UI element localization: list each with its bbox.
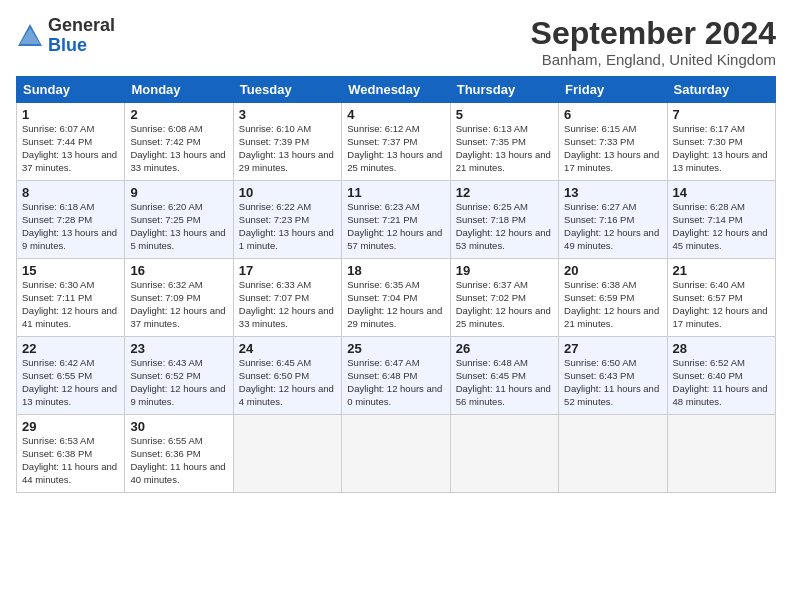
day-detail: Sunrise: 6:48 AMSunset: 6:45 PMDaylight:… xyxy=(456,357,553,408)
day-number: 3 xyxy=(239,107,336,122)
day-detail: Sunrise: 6:50 AMSunset: 6:43 PMDaylight:… xyxy=(564,357,661,408)
calendar-week-row: 8Sunrise: 6:18 AMSunset: 7:28 PMDaylight… xyxy=(17,181,776,259)
day-detail: Sunrise: 6:40 AMSunset: 6:57 PMDaylight:… xyxy=(673,279,770,330)
table-row: 9Sunrise: 6:20 AMSunset: 7:25 PMDaylight… xyxy=(125,181,233,259)
day-number: 9 xyxy=(130,185,227,200)
day-number: 8 xyxy=(22,185,119,200)
day-detail: Sunrise: 6:12 AMSunset: 7:37 PMDaylight:… xyxy=(347,123,444,174)
day-detail: Sunrise: 6:07 AMSunset: 7:44 PMDaylight:… xyxy=(22,123,119,174)
calendar-week-row: 29Sunrise: 6:53 AMSunset: 6:38 PMDayligh… xyxy=(17,415,776,493)
col-monday: Monday xyxy=(125,77,233,103)
col-friday: Friday xyxy=(559,77,667,103)
day-number: 24 xyxy=(239,341,336,356)
day-number: 17 xyxy=(239,263,336,278)
day-detail: Sunrise: 6:25 AMSunset: 7:18 PMDaylight:… xyxy=(456,201,553,252)
table-row: 29Sunrise: 6:53 AMSunset: 6:38 PMDayligh… xyxy=(17,415,125,493)
day-number: 11 xyxy=(347,185,444,200)
table-row: 24Sunrise: 6:45 AMSunset: 6:50 PMDayligh… xyxy=(233,337,341,415)
day-number: 12 xyxy=(456,185,553,200)
table-row xyxy=(342,415,450,493)
table-row: 2Sunrise: 6:08 AMSunset: 7:42 PMDaylight… xyxy=(125,103,233,181)
month-title: September 2024 xyxy=(531,16,776,51)
day-detail: Sunrise: 6:53 AMSunset: 6:38 PMDaylight:… xyxy=(22,435,119,486)
day-detail: Sunrise: 6:27 AMSunset: 7:16 PMDaylight:… xyxy=(564,201,661,252)
location-subtitle: Banham, England, United Kingdom xyxy=(531,51,776,68)
col-thursday: Thursday xyxy=(450,77,558,103)
day-number: 18 xyxy=(347,263,444,278)
table-row: 11Sunrise: 6:23 AMSunset: 7:21 PMDayligh… xyxy=(342,181,450,259)
table-row xyxy=(450,415,558,493)
table-row: 26Sunrise: 6:48 AMSunset: 6:45 PMDayligh… xyxy=(450,337,558,415)
day-number: 19 xyxy=(456,263,553,278)
logo: General Blue xyxy=(16,16,115,56)
day-number: 14 xyxy=(673,185,770,200)
col-tuesday: Tuesday xyxy=(233,77,341,103)
table-row: 7Sunrise: 6:17 AMSunset: 7:30 PMDaylight… xyxy=(667,103,775,181)
day-number: 26 xyxy=(456,341,553,356)
day-detail: Sunrise: 6:37 AMSunset: 7:02 PMDaylight:… xyxy=(456,279,553,330)
table-row xyxy=(559,415,667,493)
day-number: 5 xyxy=(456,107,553,122)
day-detail: Sunrise: 6:52 AMSunset: 6:40 PMDaylight:… xyxy=(673,357,770,408)
table-row: 1Sunrise: 6:07 AMSunset: 7:44 PMDaylight… xyxy=(17,103,125,181)
day-number: 16 xyxy=(130,263,227,278)
day-number: 10 xyxy=(239,185,336,200)
table-row: 19Sunrise: 6:37 AMSunset: 7:02 PMDayligh… xyxy=(450,259,558,337)
logo-text: General Blue xyxy=(48,16,115,56)
day-number: 1 xyxy=(22,107,119,122)
day-detail: Sunrise: 6:08 AMSunset: 7:42 PMDaylight:… xyxy=(130,123,227,174)
calendar-table: Sunday Monday Tuesday Wednesday Thursday… xyxy=(16,76,776,493)
table-row: 10Sunrise: 6:22 AMSunset: 7:23 PMDayligh… xyxy=(233,181,341,259)
day-detail: Sunrise: 6:32 AMSunset: 7:09 PMDaylight:… xyxy=(130,279,227,330)
table-row: 8Sunrise: 6:18 AMSunset: 7:28 PMDaylight… xyxy=(17,181,125,259)
day-detail: Sunrise: 6:10 AMSunset: 7:39 PMDaylight:… xyxy=(239,123,336,174)
logo-general: General xyxy=(48,15,115,35)
day-number: 7 xyxy=(673,107,770,122)
day-detail: Sunrise: 6:43 AMSunset: 6:52 PMDaylight:… xyxy=(130,357,227,408)
logo-icon xyxy=(16,22,44,50)
day-number: 2 xyxy=(130,107,227,122)
table-row: 5Sunrise: 6:13 AMSunset: 7:35 PMDaylight… xyxy=(450,103,558,181)
day-number: 23 xyxy=(130,341,227,356)
table-row: 23Sunrise: 6:43 AMSunset: 6:52 PMDayligh… xyxy=(125,337,233,415)
col-sunday: Sunday xyxy=(17,77,125,103)
table-row: 3Sunrise: 6:10 AMSunset: 7:39 PMDaylight… xyxy=(233,103,341,181)
calendar-page: General Blue September 2024 Banham, Engl… xyxy=(0,0,792,501)
col-saturday: Saturday xyxy=(667,77,775,103)
table-row xyxy=(667,415,775,493)
day-number: 30 xyxy=(130,419,227,434)
calendar-week-row: 22Sunrise: 6:42 AMSunset: 6:55 PMDayligh… xyxy=(17,337,776,415)
table-row: 28Sunrise: 6:52 AMSunset: 6:40 PMDayligh… xyxy=(667,337,775,415)
table-row: 12Sunrise: 6:25 AMSunset: 7:18 PMDayligh… xyxy=(450,181,558,259)
day-detail: Sunrise: 6:22 AMSunset: 7:23 PMDaylight:… xyxy=(239,201,336,252)
svg-marker-1 xyxy=(20,28,40,44)
table-row: 27Sunrise: 6:50 AMSunset: 6:43 PMDayligh… xyxy=(559,337,667,415)
table-row: 18Sunrise: 6:35 AMSunset: 7:04 PMDayligh… xyxy=(342,259,450,337)
day-number: 13 xyxy=(564,185,661,200)
logo-blue: Blue xyxy=(48,35,87,55)
day-number: 4 xyxy=(347,107,444,122)
day-detail: Sunrise: 6:17 AMSunset: 7:30 PMDaylight:… xyxy=(673,123,770,174)
col-wednesday: Wednesday xyxy=(342,77,450,103)
table-row: 14Sunrise: 6:28 AMSunset: 7:14 PMDayligh… xyxy=(667,181,775,259)
table-row: 17Sunrise: 6:33 AMSunset: 7:07 PMDayligh… xyxy=(233,259,341,337)
table-row: 16Sunrise: 6:32 AMSunset: 7:09 PMDayligh… xyxy=(125,259,233,337)
table-row: 4Sunrise: 6:12 AMSunset: 7:37 PMDaylight… xyxy=(342,103,450,181)
day-number: 15 xyxy=(22,263,119,278)
day-number: 6 xyxy=(564,107,661,122)
day-detail: Sunrise: 6:20 AMSunset: 7:25 PMDaylight:… xyxy=(130,201,227,252)
day-detail: Sunrise: 6:35 AMSunset: 7:04 PMDaylight:… xyxy=(347,279,444,330)
day-detail: Sunrise: 6:33 AMSunset: 7:07 PMDaylight:… xyxy=(239,279,336,330)
day-detail: Sunrise: 6:28 AMSunset: 7:14 PMDaylight:… xyxy=(673,201,770,252)
day-detail: Sunrise: 6:47 AMSunset: 6:48 PMDaylight:… xyxy=(347,357,444,408)
header: General Blue September 2024 Banham, Engl… xyxy=(16,16,776,68)
day-detail: Sunrise: 6:45 AMSunset: 6:50 PMDaylight:… xyxy=(239,357,336,408)
day-number: 29 xyxy=(22,419,119,434)
table-row: 6Sunrise: 6:15 AMSunset: 7:33 PMDaylight… xyxy=(559,103,667,181)
title-area: September 2024 Banham, England, United K… xyxy=(531,16,776,68)
header-row: Sunday Monday Tuesday Wednesday Thursday… xyxy=(17,77,776,103)
calendar-week-row: 15Sunrise: 6:30 AMSunset: 7:11 PMDayligh… xyxy=(17,259,776,337)
table-row: 13Sunrise: 6:27 AMSunset: 7:16 PMDayligh… xyxy=(559,181,667,259)
table-row: 21Sunrise: 6:40 AMSunset: 6:57 PMDayligh… xyxy=(667,259,775,337)
table-row: 30Sunrise: 6:55 AMSunset: 6:36 PMDayligh… xyxy=(125,415,233,493)
